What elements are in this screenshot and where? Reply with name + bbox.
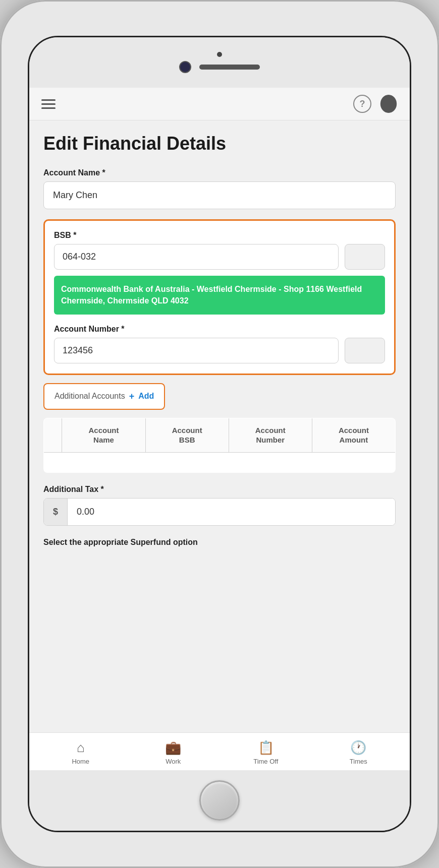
account-name-input[interactable] (43, 181, 396, 209)
phone-bottom-bar (29, 770, 410, 831)
phone-top-bar (29, 37, 410, 88)
table-empty-row (44, 452, 396, 472)
account-number-extra-field (345, 338, 385, 363)
additional-tax-section: Additional Tax * $ (43, 485, 396, 526)
phone-screen: ? Edit Financial Details Account Name * … (28, 36, 411, 832)
time-off-icon: 📋 (258, 740, 274, 756)
account-name-label: Account Name * (43, 168, 396, 177)
add-plus-icon: + (129, 391, 135, 402)
additional-accounts-label: Additional Accounts (54, 392, 125, 401)
home-icon: ⌂ (77, 740, 85, 756)
add-label: Add (138, 392, 154, 401)
times-icon: 🕐 (350, 740, 366, 756)
additional-accounts-button[interactable]: Additional Accounts + Add (43, 383, 165, 410)
nav-item-times[interactable]: 🕐 Times (312, 740, 405, 765)
account-number-input[interactable] (54, 338, 339, 363)
phone-frame: ? Edit Financial Details Account Name * … (0, 0, 439, 868)
speaker (199, 65, 260, 70)
nav-right-icons: ? (353, 95, 398, 113)
account-number-row (54, 338, 385, 363)
additional-accounts-table: AccountName AccountBSB AccountNumber Acc… (43, 418, 396, 473)
nav-home-label: Home (72, 758, 89, 765)
hamburger-menu-button[interactable] (41, 99, 56, 109)
hamburger-line-2 (41, 103, 56, 105)
home-button[interactable] (199, 780, 240, 821)
camera-row (179, 61, 260, 73)
hamburger-line-3 (41, 107, 56, 109)
bank-suggestion: Commonwealth Bank of Australia - Westfie… (54, 276, 385, 315)
top-nav: ? (29, 88, 410, 120)
account-number-label: Account Number * (54, 325, 385, 334)
nav-item-time-off[interactable]: 📋 Time Off (220, 740, 312, 765)
currency-symbol: $ (44, 499, 68, 525)
nav-item-work[interactable]: 💼 Work (127, 740, 220, 765)
help-icon: ? (360, 99, 365, 109)
bsb-input-row (54, 244, 385, 270)
nav-work-label: Work (166, 758, 181, 765)
page-title: Edit Financial Details (43, 133, 396, 154)
nav-item-home[interactable]: ⌂ Home (34, 740, 127, 765)
work-icon: 💼 (165, 740, 181, 756)
app-screen: ? Edit Financial Details Account Name * … (29, 88, 410, 770)
superfund-label: Select the appropriate Superfund option (43, 538, 396, 547)
tax-amount-input[interactable] (68, 499, 395, 525)
front-sensor (217, 52, 222, 57)
table-col-checkbox (44, 418, 62, 452)
table-col-account-amount: AccountAmount (312, 418, 395, 452)
additional-tax-label: Additional Tax * (43, 485, 396, 494)
table-col-account-name: AccountName (62, 418, 145, 452)
bottom-nav: ⌂ Home 💼 Work 📋 Time Off 🕐 Times (29, 732, 410, 770)
bsb-extra-field (345, 244, 385, 270)
table-col-account-bsb: AccountBSB (145, 418, 229, 452)
hamburger-line-1 (41, 99, 56, 101)
bsb-input[interactable] (54, 244, 339, 270)
bsb-label: BSB * (54, 231, 385, 240)
tax-input-row: $ (43, 498, 396, 526)
nav-time-off-label: Time Off (253, 758, 278, 765)
table-col-account-number: AccountNumber (229, 418, 312, 452)
help-button[interactable]: ? (353, 95, 371, 113)
front-camera (179, 61, 191, 73)
nav-times-label: Times (350, 758, 367, 765)
banking-details-section: BSB * Commonwealth Bank of Australia - W… (43, 219, 396, 375)
profile-avatar[interactable] (379, 95, 398, 113)
main-content: Edit Financial Details Account Name * BS… (29, 120, 410, 732)
